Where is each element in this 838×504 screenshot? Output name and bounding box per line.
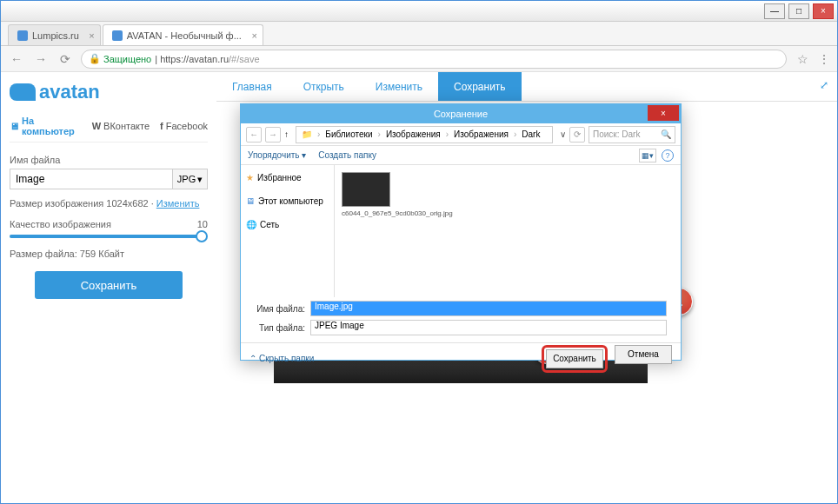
filesize-label: Размер файла: 759 Кбайт xyxy=(10,249,208,259)
file-list[interactable]: c6044_0_967e5_9cd0b030_orig.jpg xyxy=(335,165,681,297)
dialog-close-button[interactable]: × xyxy=(648,105,679,121)
filetype-field[interactable]: JPEG Image xyxy=(310,320,667,335)
change-size-link[interactable]: Изменить xyxy=(156,198,200,209)
chevron-icon: ⌃ xyxy=(249,354,256,363)
tab-lumpics[interactable]: Lumpics.ru× xyxy=(8,24,101,45)
address-bar: ← → ⟳ 🔒 Защищено | https://avatan.ru/#/s… xyxy=(1,46,837,72)
url-input[interactable]: 🔒 Защищено | https://avatan.ru/#/save xyxy=(81,50,787,69)
favicon-icon xyxy=(17,30,28,41)
quality-value: 10 xyxy=(197,219,208,229)
sidebar-favorites[interactable]: ★Избранное xyxy=(246,170,329,185)
tab-close-icon[interactable]: × xyxy=(251,30,256,41)
image-size-label: Размер изображения 1024x682 · xyxy=(10,198,154,209)
lock-icon: 🔒 xyxy=(89,53,101,64)
quality-label: Качество изображения xyxy=(10,219,111,229)
extension-select[interactable]: JPG▾ xyxy=(173,169,208,189)
dialog-title: Сохранение× xyxy=(241,104,681,123)
secure-label: Защищено xyxy=(103,54,151,64)
nav-fwd-button[interactable]: → xyxy=(265,127,281,143)
slider-thumb[interactable] xyxy=(196,230,208,242)
view-mode-button[interactable]: ▦▾ xyxy=(639,149,656,162)
file-item[interactable]: c6044_0_967e5_9cd0b030_orig.jpg xyxy=(342,172,394,290)
nav-up-icon[interactable]: ↑ xyxy=(284,129,289,139)
logo[interactable]: avatan xyxy=(10,81,208,103)
filename-field[interactable]: Image.jpg xyxy=(310,301,667,316)
dest-computer[interactable]: 🖥На компьютер xyxy=(10,116,82,136)
close-button[interactable]: × xyxy=(813,3,834,19)
forward-button[interactable]: → xyxy=(32,50,50,68)
dialog-save-button[interactable]: Сохранить xyxy=(546,349,603,368)
new-folder-button[interactable]: Создать папку xyxy=(318,150,376,160)
hide-folders-toggle[interactable]: ⌃Скрыть папки xyxy=(249,354,314,363)
side-panel: avatan 🖥На компьютер WВКонтакте fFaceboo… xyxy=(1,72,216,503)
reload-button[interactable]: ⟳ xyxy=(57,50,74,68)
minimize-button[interactable]: — xyxy=(764,3,785,19)
breadcrumb[interactable]: 📁› Библиотеки› Изображения› Изображения›… xyxy=(296,126,553,143)
nav-open[interactable]: Открыть xyxy=(288,72,360,101)
filename-label: Имя файла: xyxy=(255,304,310,314)
dialog-cancel-button[interactable]: Отмена xyxy=(615,345,672,364)
search-icon: 🔍 xyxy=(661,129,671,139)
tab-close-icon[interactable]: × xyxy=(89,30,94,41)
nav-edit[interactable]: Изменить xyxy=(360,72,438,101)
favicon-icon xyxy=(112,30,123,41)
filename-input[interactable] xyxy=(10,169,173,189)
nav-home[interactable]: Главная xyxy=(216,72,288,101)
browser-tabs: Lumpics.ru× AVATAN - Необычный ф...× xyxy=(1,22,837,46)
tab-label: Lumpics.ru xyxy=(32,30,79,41)
callout-save: Сохранить xyxy=(542,345,608,373)
file-thumbnail xyxy=(342,172,390,207)
refresh-button[interactable]: ⟳ xyxy=(569,127,585,143)
expand-icon[interactable]: ⤢ xyxy=(820,79,828,91)
nav-back-button[interactable]: ← xyxy=(246,127,262,143)
save-button[interactable]: Сохранить xyxy=(35,271,183,299)
chevron-down-icon: ▾ xyxy=(197,174,203,185)
back-button[interactable]: ← xyxy=(8,50,25,68)
nav-save[interactable]: Сохранить xyxy=(438,72,522,101)
filetype-label: Тип файла: xyxy=(255,323,310,333)
filename-label: Имя файла xyxy=(10,155,208,165)
tab-label: AVATAN - Необычный ф... xyxy=(127,30,242,41)
sidebar-computer[interactable]: 🖥Этот компьютер xyxy=(246,194,329,209)
file-name: c6044_0_967e5_9cd0b030_orig.jpg xyxy=(342,209,394,217)
help-icon[interactable]: ? xyxy=(662,149,674,162)
search-input[interactable]: Поиск: Dark🔍 xyxy=(589,126,675,143)
dest-facebook[interactable]: fFacebook xyxy=(160,116,208,136)
maximize-button[interactable]: □ xyxy=(788,3,809,19)
quality-slider[interactable] xyxy=(10,235,208,238)
menu-icon[interactable]: ⋮ xyxy=(818,52,830,66)
window-titlebar: — □ × xyxy=(1,1,837,22)
pc-icon: 🖥 xyxy=(246,196,255,206)
tab-avatan[interactable]: AVATAN - Необычный ф...× xyxy=(103,24,263,45)
star-icon[interactable]: ☆ xyxy=(794,50,811,68)
logo-icon xyxy=(10,83,36,101)
dialog-sidebar: ★Избранное 🖥Этот компьютер 🌐Сеть xyxy=(241,165,335,297)
organize-menu[interactable]: Упорядочить ▾ xyxy=(248,150,306,160)
dest-vk[interactable]: WВКонтакте xyxy=(92,116,150,136)
sidebar-network[interactable]: 🌐Сеть xyxy=(246,217,329,232)
save-dialog: Сохранение× ← → ↑ 📁› Библиотеки› Изображ… xyxy=(240,103,682,361)
star-icon: ★ xyxy=(246,173,254,182)
network-icon: 🌐 xyxy=(246,220,256,229)
